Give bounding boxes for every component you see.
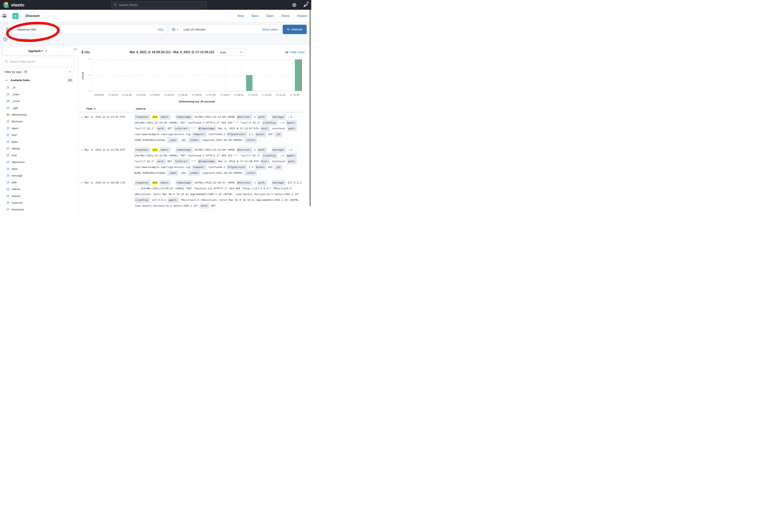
chevron-down-icon xyxy=(45,50,47,52)
field-search-input[interactable]: Search field names xyxy=(2,57,74,66)
field-type-icon: t xyxy=(6,201,10,204)
time-range-value[interactable]: Last 15 minutes xyxy=(181,28,205,31)
add-filter-link[interactable]: + Add filter xyxy=(15,38,30,41)
nav-action-share[interactable]: Share xyxy=(281,14,290,18)
global-search-input[interactable]: Search Elastic xyxy=(111,2,207,8)
filter-by-type-select[interactable]: Filter by type 0 xyxy=(2,67,74,76)
field-type-icon: t xyxy=(6,140,10,144)
nav-action-open[interactable]: Open xyxy=(266,14,274,18)
field-item-host[interactable]: thost xyxy=(0,152,78,159)
field-item-@version[interactable]: t@version xyxy=(0,118,78,125)
time-column-header[interactable]: Time xyxy=(86,107,96,110)
nav-action-inspect[interactable]: Inspect xyxy=(297,14,307,18)
results-table-header: Time _source xyxy=(78,107,305,112)
histogram-bar[interactable] xyxy=(295,60,301,91)
available-fields-header[interactable]: Available fields 20 xyxy=(0,78,78,82)
field-item-_id[interactable]: t_id xyxy=(0,84,78,91)
field-item-agent[interactable]: tagent xyxy=(0,125,78,131)
field-type-icon: t xyxy=(6,174,10,177)
field-item-clientip[interactable]: tclientip xyxy=(0,145,78,152)
field-item-auth[interactable]: tauth xyxy=(0,131,78,138)
field-name: auth xyxy=(11,134,17,137)
expand-row-icon[interactable]: › xyxy=(78,147,84,176)
field-type-icon: t xyxy=(6,133,10,137)
field-name-pill: @version: xyxy=(237,114,252,120)
app-badge-wrap[interactable]: D xyxy=(9,10,22,22)
field-item-_type[interactable]: t_type xyxy=(0,104,78,111)
field-item-response[interactable]: tresponse xyxy=(0,199,78,206)
field-item-path[interactable]: tpath xyxy=(0,179,78,186)
field-item-timestamp[interactable]: ttimestamp xyxy=(0,206,78,212)
histogram-plot-area[interactable] xyxy=(92,60,302,91)
global-search-placeholder: Search Elastic xyxy=(119,3,138,7)
elastic-brand[interactable]: elastic xyxy=(0,2,25,8)
time-range-end-marker xyxy=(301,60,302,91)
field-name-pill: httpversion: xyxy=(227,131,247,137)
field-item-_score[interactable]: #_score xyxy=(0,98,78,104)
menu-hamburger-icon[interactable] xyxy=(0,10,9,22)
field-type-icon: t xyxy=(6,126,10,130)
field-name-pill: path: xyxy=(287,126,297,131)
help-icon[interactable] xyxy=(292,3,296,7)
chevron-down-icon xyxy=(10,28,13,31)
calendar-menu[interactable] xyxy=(170,28,181,31)
field-type-icon: t xyxy=(6,188,10,191)
x-tick-label: 17:11:00 xyxy=(262,93,272,97)
y-tick-label: 2 xyxy=(80,58,90,61)
field-name: agent xyxy=(11,127,19,130)
refresh-button[interactable]: ↻ Refresh xyxy=(283,25,307,34)
index-pattern-select[interactable]: logstash-* xyxy=(2,46,74,55)
nav-actions: NewSaveOpenShareInspect xyxy=(238,14,311,18)
x-tick-label: 17:08:00 xyxy=(220,93,230,97)
x-tick-label: 17:13:00 xyxy=(290,93,300,97)
field-type-icon: t xyxy=(6,106,10,110)
collapse-sidebar-icon[interactable]: ⇐ xyxy=(74,47,77,51)
index-pattern-value: logstash-* xyxy=(28,49,43,52)
filter-by-type-count-badge: 0 xyxy=(24,70,28,74)
histogram-bar[interactable] xyxy=(246,75,252,91)
query-input-value[interactable]: response:404 xyxy=(15,28,155,31)
query-language-button[interactable]: KQL xyxy=(155,25,167,34)
field-item-ident[interactable]: tident xyxy=(0,165,78,172)
field-name: @timestamp xyxy=(11,113,27,116)
field-name-pill: verb: xyxy=(156,159,166,164)
fields-list: t_idt_index#_scoret_type@timestampt@vers… xyxy=(0,84,78,212)
nav-action-save[interactable]: Save xyxy=(251,14,258,18)
field-item-bytes[interactable]: tbytes xyxy=(0,138,78,145)
field-item-httpversion[interactable]: thttpversion xyxy=(0,159,78,165)
time-range-picker[interactable]: Last 15 minutes Show dates xyxy=(169,25,281,34)
sort-descending-icon[interactable] xyxy=(94,108,96,110)
filter-icon[interactable] xyxy=(3,37,8,41)
field-item-message[interactable]: tmessage xyxy=(0,172,78,179)
field-name-pill: @version: xyxy=(237,147,252,153)
row-timestamp: Mar 4, 2021 @ 17:13:07.876 xyxy=(84,114,134,143)
field-type-icon: t xyxy=(6,86,10,89)
hide-chart-link[interactable]: Hide chart xyxy=(285,50,305,54)
expand-row-icon[interactable]: › xyxy=(78,180,84,209)
field-name-pill: agent: xyxy=(286,120,297,126)
field-item-@timestamp[interactable]: @timestamp xyxy=(0,111,78,118)
nav-action-new[interactable]: New xyxy=(238,14,244,18)
results-table-body: ›Mar 4, 2021 @ 17:13:07.876response: 404… xyxy=(78,112,305,212)
source-column-header[interactable]: _source xyxy=(134,107,146,110)
window-scrollbar[interactable] xyxy=(310,1,311,206)
show-dates-link[interactable]: Show dates xyxy=(262,28,281,31)
hide-chart-label: Hide chart xyxy=(290,50,305,54)
field-name-pill: agent: xyxy=(168,197,179,203)
search-icon xyxy=(114,3,117,7)
interval-select[interactable]: Auto xyxy=(217,49,245,56)
refresh-icon: ↻ xyxy=(287,28,290,32)
row-source: response: 404 ident: - timestamp: 04/Mar… xyxy=(134,180,305,209)
field-item-referrer[interactable]: treferrer xyxy=(0,186,78,192)
field-item-request[interactable]: trequest xyxy=(0,192,78,199)
field-name-pill: _id: xyxy=(274,164,282,170)
field-name-pill: @timestamp: xyxy=(198,126,217,131)
query-bar[interactable]: response:404 KQL xyxy=(3,25,167,34)
field-name-pill: clientip: xyxy=(134,197,150,203)
newsfeed-icon[interactable] xyxy=(303,3,308,7)
saved-query-menu[interactable] xyxy=(3,28,15,31)
expand-row-icon[interactable]: › xyxy=(78,114,84,143)
x-axis-ticks: 16:59:0017:00:0017:01:0017:02:0017:03:00… xyxy=(92,93,302,97)
row-timestamp: Mar 4, 2021 @ 17:09:58.278 xyxy=(84,180,134,209)
field-item-_index[interactable]: t_index xyxy=(0,91,78,98)
